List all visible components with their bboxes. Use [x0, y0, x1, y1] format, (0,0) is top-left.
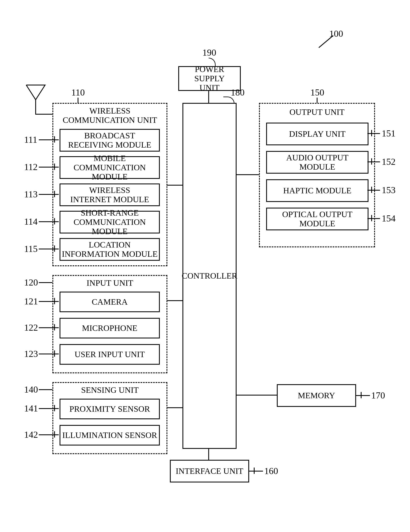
- ref-120-l: [39, 282, 52, 283]
- ref-120: 120: [24, 277, 38, 288]
- ref-153-l: [367, 190, 380, 191]
- output-item-1: AUDIO OUTPUT MODULE: [286, 153, 348, 171]
- ref-123-t: [54, 350, 55, 357]
- wireless-item-0: BROADCAST RECEIVING MODULE: [68, 131, 151, 150]
- ref-160-l: [248, 471, 263, 472]
- ref-100-arrow: [319, 35, 334, 48]
- antenna-connect-line: [35, 114, 52, 115]
- sensing-item-0: PROXIMITY SENSOR: [69, 404, 150, 414]
- ref-112-l: [39, 167, 59, 168]
- ref-151-t: [371, 130, 372, 136]
- ref-150: 150: [310, 87, 324, 98]
- output-to-ctrl: [236, 174, 259, 175]
- memory-to-ctrl: [236, 395, 277, 396]
- memory-box: MEMORY: [277, 384, 356, 407]
- ref-170-t: [361, 392, 362, 398]
- ref-123: 123: [24, 349, 38, 359]
- ref-154: 154: [382, 213, 396, 224]
- output-item-2: HAPTIC MODULE: [283, 186, 352, 195]
- antenna-icon: [24, 83, 47, 116]
- ref-170-l: [355, 395, 370, 396]
- wireless-group: WIRELESS COMMUNICATION UNIT BROADCAST RE…: [52, 103, 167, 266]
- wireless-item-4: LOCATION INFORMATION MODULE: [62, 240, 158, 259]
- ref-180: 180: [231, 87, 245, 98]
- ref-114-t: [54, 218, 55, 224]
- ref-115-t: [54, 246, 55, 252]
- ref-142: 142: [24, 429, 38, 440]
- ref-114: 114: [24, 216, 37, 227]
- ref-112: 112: [24, 162, 37, 172]
- ref-122-t: [54, 324, 55, 331]
- ref-115-l: [39, 248, 59, 249]
- ref-113-l: [39, 194, 59, 195]
- ref-111-l: [39, 139, 59, 140]
- sensing-title: SENSING UNIT: [53, 385, 166, 395]
- ref-153-t: [371, 187, 372, 193]
- ref-122-l: [39, 327, 59, 328]
- ref-151-l: [367, 133, 380, 134]
- ref-152: 152: [382, 156, 396, 167]
- ref-111: 111: [24, 134, 37, 145]
- ref-170: 170: [371, 390, 385, 401]
- ref-113-t: [54, 191, 55, 197]
- ref-142-t: [54, 431, 55, 437]
- output-title: OUTPUT UNIT: [260, 107, 374, 117]
- ref-160-t: [254, 467, 255, 474]
- ref-121-t: [54, 298, 55, 304]
- diagram-canvas: 100 190 POWER SUPPLY UNIT 180 CONTROLLER…: [0, 0, 410, 532]
- ref-115: 115: [24, 244, 37, 254]
- ref-154-t: [371, 215, 372, 221]
- ref-140-l: [39, 389, 52, 390]
- wireless-item-2: WIRELESS INTERNET MODULE: [70, 186, 149, 204]
- sensing-to-ctrl: [166, 407, 182, 408]
- ref-151: 151: [382, 128, 396, 139]
- ref-141: 141: [24, 403, 38, 414]
- controller-label: CONTROLLER: [182, 271, 237, 280]
- sensing-item-1: ILLUMINATION SENSOR: [62, 431, 157, 440]
- ref-110: 110: [71, 87, 85, 98]
- ref-142-l: [39, 434, 59, 435]
- ref-122: 122: [24, 322, 38, 333]
- ref-123-l: [39, 353, 59, 354]
- controller-box: CONTROLLER: [182, 103, 237, 449]
- input-group: INPUT UNIT CAMERA MICROPHONE USER INPUT …: [52, 275, 167, 373]
- input-item-0: CAMERA: [92, 297, 128, 306]
- ref-140: 140: [24, 384, 38, 395]
- psu-to-ctrl-line: [208, 90, 209, 103]
- interface-label: INTERFACE UNIT: [176, 466, 244, 476]
- ref-153: 153: [382, 185, 396, 195]
- output-item-3: OPTICAL OUTPUT MODULE: [282, 210, 352, 228]
- input-title: INPUT UNIT: [53, 278, 166, 288]
- ref-141-t: [54, 405, 55, 411]
- ref-111-t: [54, 136, 55, 142]
- ref-160: 160: [264, 466, 278, 476]
- wireless-to-ctrl: [166, 185, 182, 186]
- input-item-2: USER INPUT UNIT: [75, 350, 145, 359]
- input-to-ctrl: [166, 300, 182, 301]
- ref-121: 121: [24, 296, 38, 307]
- wireless-item-1: MOBILE COMMUNICATION MODULE: [60, 154, 159, 181]
- output-item-0: DISPLAY UNIT: [289, 129, 346, 139]
- ref-114-l: [39, 221, 59, 222]
- ref-190: 190: [202, 47, 216, 58]
- wireless-title: WIRELESS COMMUNICATION UNIT: [53, 106, 166, 125]
- wireless-item-3: SHORT-RANGE COMMUNICATION MODULE: [60, 208, 159, 236]
- output-group: OUTPUT UNIT DISPLAY UNIT AUDIO OUTPUT MO…: [259, 103, 375, 247]
- ref-154-l: [367, 218, 380, 219]
- ref-152-t: [371, 158, 372, 165]
- memory-label: MEMORY: [298, 391, 335, 400]
- ref-113: 113: [24, 189, 37, 200]
- ref-121-l: [39, 301, 59, 302]
- ctrl-to-iface: [208, 448, 209, 460]
- ref-112-t: [54, 163, 55, 170]
- sensing-group: SENSING UNIT PROXIMITY SENSOR ILLUMINATI…: [52, 382, 167, 454]
- ref-152-l: [367, 162, 380, 162]
- input-item-1: MICROPHONE: [82, 323, 137, 333]
- interface-box: INTERFACE UNIT: [170, 460, 249, 483]
- ref-141-l: [39, 408, 59, 409]
